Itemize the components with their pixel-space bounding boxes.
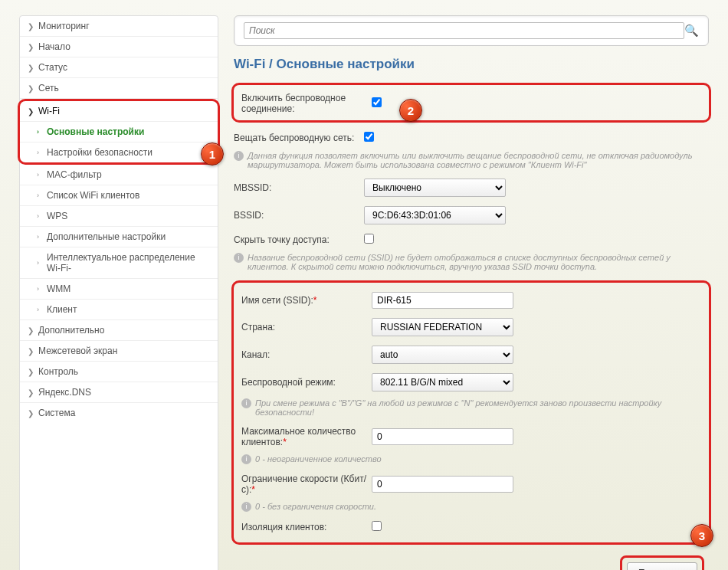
chevron-right-icon: ❯ xyxy=(28,388,34,397)
search-icon: 🔍 xyxy=(684,24,699,38)
chevron-down-icon: ❯ xyxy=(28,107,34,116)
bullet-icon: › xyxy=(37,192,39,199)
nav-wifi-security[interactable]: ›Настройки безопасности 1 xyxy=(20,142,218,162)
main-content: 🔍 Wi-Fi / Основные настройки Включить бе… xyxy=(234,15,709,570)
badge-3: 3 xyxy=(690,524,713,547)
nav-wifi-mac[interactable]: ›MAC-фильтр xyxy=(20,165,218,185)
nav-wifi-smart[interactable]: ›Интеллектуальное распределение Wi-Fi- xyxy=(20,247,218,279)
page-title: Wi-Fi / Основные настройки xyxy=(234,57,709,72)
ssid-input[interactable] xyxy=(372,292,513,309)
badge-2: 2 xyxy=(399,99,422,122)
bullet-icon: › xyxy=(37,259,39,267)
nav-yandexdns[interactable]: ❯Яндекс.DNS xyxy=(20,382,218,403)
nav-control[interactable]: ❯Контроль xyxy=(20,362,218,382)
search-input[interactable] xyxy=(244,22,684,39)
broadcast-checkbox[interactable] xyxy=(364,132,374,142)
chevron-right-icon: ❯ xyxy=(28,64,34,72)
info-icon: i xyxy=(241,454,251,464)
nav-system[interactable]: ❯Система xyxy=(20,403,218,423)
nav-wifi-advanced[interactable]: ›Дополнительные настройки xyxy=(20,227,218,247)
nav-wifi-basic[interactable]: ›Основные настройки xyxy=(20,122,218,142)
info-icon: i xyxy=(241,398,251,408)
chevron-right-icon: ❯ xyxy=(28,22,34,31)
nav-start[interactable]: ❯Начало xyxy=(20,37,218,57)
nav-firewall[interactable]: ❯Межсетевой экран xyxy=(20,341,218,362)
ssid-label: Имя сети (SSID):* xyxy=(241,295,372,306)
hide-ap-label: Скрыть точку доступа: xyxy=(234,234,364,245)
speed-hint: i0 - без ограничения скорости. xyxy=(241,500,701,516)
isolation-label: Изоляция клиентов: xyxy=(241,522,372,532)
max-clients-label: Максимальное количество клиентов:* xyxy=(241,426,372,447)
bullet-icon: › xyxy=(37,233,39,241)
mode-hint: iПри смене режима с "B"/"G" на любой из … xyxy=(241,396,701,421)
enable-wireless-label: Включить беспроводное соединение: xyxy=(241,93,372,114)
enable-wireless-checkbox[interactable] xyxy=(372,97,382,107)
search-bar[interactable]: 🔍 xyxy=(234,15,709,46)
speed-input[interactable] xyxy=(372,476,513,493)
hide-ap-hint: iНазвание беспроводной сети (SSID) не бу… xyxy=(234,251,709,276)
bssid-label: BSSID: xyxy=(234,210,364,221)
nav-wifi[interactable]: ❯Wi-Fi xyxy=(20,101,218,122)
chevron-right-icon: ❯ xyxy=(28,43,34,51)
nav-status[interactable]: ❯Статус xyxy=(20,57,218,78)
bullet-icon: › xyxy=(37,306,39,313)
info-icon: i xyxy=(234,151,244,161)
info-icon: i xyxy=(234,253,244,263)
nav-additional[interactable]: ❯Дополнительно xyxy=(20,320,218,341)
isolation-checkbox[interactable] xyxy=(372,521,382,531)
bullet-icon: › xyxy=(37,171,39,179)
mbssid-select[interactable]: Выключено xyxy=(364,179,506,197)
mode-select[interactable]: 802.11 B/G/N mixed xyxy=(372,373,513,391)
info-icon: i xyxy=(241,502,251,512)
chevron-right-icon: ❯ xyxy=(28,409,34,418)
nav-monitoring[interactable]: ❯Мониторинг xyxy=(20,16,218,37)
bullet-icon: › xyxy=(37,285,39,293)
bssid-select[interactable]: 9C:D6:43:3D:01:06 xyxy=(364,206,506,224)
nav-wifi-wps[interactable]: ›WPS xyxy=(20,206,218,227)
max-clients-input[interactable] xyxy=(372,428,513,445)
channel-select[interactable]: auto xyxy=(372,346,513,364)
mode-label: Беспроводной режим: xyxy=(241,377,372,388)
bullet-icon: › xyxy=(37,128,39,136)
settings-box: Имя сети (SSID):* Страна: RUSSIAN FEDERA… xyxy=(231,280,711,545)
channel-label: Канал: xyxy=(241,349,372,360)
nav-wifi-clients[interactable]: ›Список WiFi клиентов xyxy=(20,185,218,206)
bullet-icon: › xyxy=(37,212,39,220)
country-label: Страна: xyxy=(241,322,372,332)
hide-ap-checkbox[interactable] xyxy=(364,234,374,244)
broadcast-label: Вещать беспроводную сеть: xyxy=(234,133,364,143)
chevron-right-icon: ❯ xyxy=(28,84,34,93)
apply-button[interactable]: Применить xyxy=(627,562,697,570)
broadcast-hint: iДанная функция позволяет включить или в… xyxy=(234,149,709,174)
nav-network[interactable]: ❯Сеть xyxy=(20,78,218,99)
chevron-right-icon: ❯ xyxy=(28,347,34,355)
nav-wifi-wmm[interactable]: ›WMM xyxy=(20,279,218,300)
nav-wifi-client[interactable]: ›Клиент xyxy=(20,300,218,320)
country-select[interactable]: RUSSIAN FEDERATION xyxy=(372,318,513,336)
enable-wireless-box: Включить беспроводное соединение: 2 xyxy=(231,83,711,123)
mbssid-label: MBSSID: xyxy=(234,182,364,193)
chevron-right-icon: ❯ xyxy=(28,326,34,335)
chevron-right-icon: ❯ xyxy=(28,368,34,376)
badge-1: 1 xyxy=(201,142,224,165)
bullet-icon: › xyxy=(37,149,39,156)
max-clients-hint: i0 - неограниченное количество xyxy=(241,452,701,469)
speed-label: Ограничение скорости (Кбит/с):* xyxy=(241,473,372,495)
sidebar: ❯Мониторинг ❯Начало ❯Статус ❯Сеть ❯Wi-Fi… xyxy=(19,15,218,570)
